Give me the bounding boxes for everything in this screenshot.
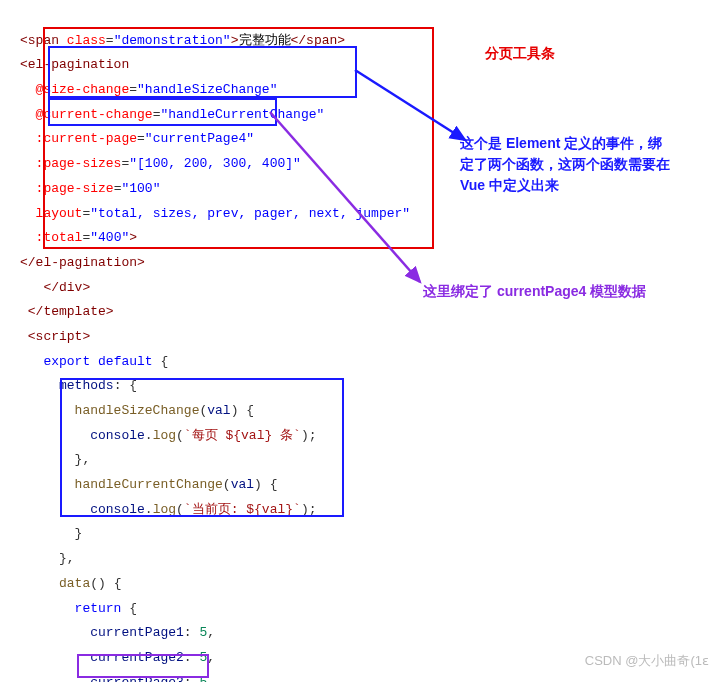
code-token: `每页 ${val} 条` xyxy=(184,428,301,443)
code-token: </el-pagination> xyxy=(20,255,145,270)
annotation-currentpage4: 这里绑定了 currentPage4 模型数据 xyxy=(423,281,683,302)
code-token: :current-page xyxy=(36,131,137,146)
code-token: default xyxy=(98,354,153,369)
watermark: CSDN @大小曲奇(1ɛ xyxy=(585,649,709,674)
code-token: "total, sizes, prev, pager, next, jumper… xyxy=(90,206,410,221)
code-token: handleCurrentChange xyxy=(75,477,223,492)
code-token: return xyxy=(75,601,122,616)
code-token: 5 xyxy=(199,650,207,665)
code-token: data xyxy=(59,576,90,591)
code-token: val xyxy=(231,477,254,492)
code-token: @size-change xyxy=(36,82,130,97)
code-token: methods xyxy=(59,378,114,393)
code-token: val xyxy=(207,403,230,418)
annotation-events: 这个是 Element 定义的事件，绑定了两个函数，这两个函数需要在 Vue 中… xyxy=(460,133,675,196)
code-token: :page-size xyxy=(36,181,114,196)
code-token: layout xyxy=(36,206,83,221)
code-token: `当前页: ${val}` xyxy=(184,502,301,517)
code-token: log xyxy=(153,502,176,517)
code-token: "100" xyxy=(121,181,160,196)
code-token: "currentPage4" xyxy=(145,131,254,146)
annotation-title: 分页工具条 xyxy=(485,40,555,67)
code-token: </div> xyxy=(43,280,90,295)
code-token: currentPage1 xyxy=(90,625,184,640)
code-token: console xyxy=(90,502,145,517)
code-token: "handleSizeChange" xyxy=(137,82,277,97)
code-token: 5 xyxy=(199,675,207,682)
code-token: :page-sizes xyxy=(36,156,122,171)
code-token: 完整功能 xyxy=(239,33,291,48)
code-token: <span xyxy=(20,33,59,48)
code-token: "400" xyxy=(90,230,129,245)
code-token: log xyxy=(153,428,176,443)
code-token: </template> xyxy=(28,304,114,319)
code-token: export xyxy=(43,354,90,369)
code-token: currentPage2 xyxy=(90,650,184,665)
code-token: :total xyxy=(36,230,83,245)
code-token: "demonstration" xyxy=(114,33,231,48)
code-token: currentPage3 xyxy=(90,675,184,682)
code-token: console xyxy=(90,428,145,443)
code-token: handleSizeChange xyxy=(75,403,200,418)
code-token: "[100, 200, 300, 400]" xyxy=(129,156,301,171)
code-token: class xyxy=(67,33,106,48)
code-token: <script> xyxy=(28,329,90,344)
code-token: </span> xyxy=(291,33,346,48)
code-token: @current-change xyxy=(36,107,153,122)
code-block: <span class="demonstration">完整功能</span> … xyxy=(0,0,719,682)
code-token: <el-pagination xyxy=(20,57,129,72)
code-token: 5 xyxy=(199,625,207,640)
code-token: "handleCurrentChange" xyxy=(160,107,324,122)
